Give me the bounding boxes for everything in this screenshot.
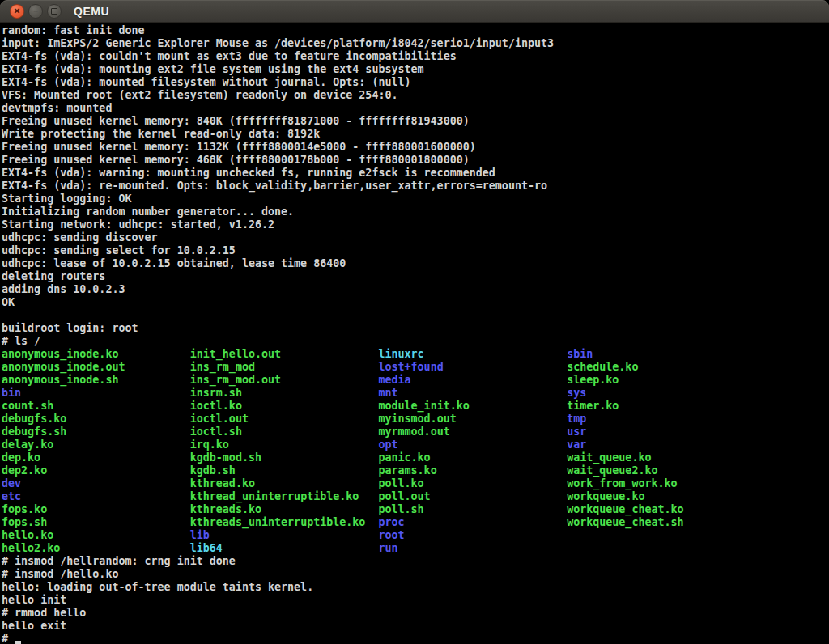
column-gap [210,529,379,541]
ls-output-row: dep.ko kgdb-mod.sh panic.ko wait_queue.k… [2,451,829,464]
console-message: udhcpc: sending select for 10.0.2.15 [2,244,236,256]
console-message: Freeing unused kernel memory: 1132K (fff… [2,141,476,153]
ls-entry: proc [378,516,404,528]
ls-entry: run [378,542,397,554]
column-gap [21,490,190,502]
column-gap [53,439,190,451]
column-gap [437,464,567,477]
minimize-button[interactable]: – [28,4,43,19]
console-message: deleting routers [2,270,105,282]
column-gap [60,542,189,554]
console-message: EXT4-fs (vda): couldn't mount as ext3 du… [2,50,457,62]
ls-entry: ins_rm_mod.out [190,374,281,386]
terminal-line: devtmpfs: mounted [2,102,829,115]
ls-output-row: anonymous_inode.sh ins_rm_mod.out media … [2,374,829,387]
ls-entry: count.sh [2,400,53,412]
terminal-line [2,309,829,322]
terminal-line: udhcpc: sending discover [2,231,829,244]
column-gap [118,348,189,360]
column-gap [66,413,189,425]
maximize-icon [51,8,57,15]
window-title: QEMU [74,5,109,18]
ls-entry: media [378,374,410,386]
terminal-line: adding dns 10.0.2.3 [2,283,829,296]
ls-entry: dev [2,477,21,489]
ls-entry: ioctl.out [190,413,249,425]
console-message: random: fast init done [2,24,145,36]
terminal-line: udhcpc: sending select for 10.0.2.15 [2,244,829,257]
column-gap [53,529,190,541]
terminal-line: VFS: Mounted root (ext2 filesystem) read… [2,89,829,102]
ls-entry: etc [2,490,21,502]
ls-entry: sleep.ko [567,374,619,386]
ls-output-row: dev kthread.ko poll.ko work_from_work.ko [2,477,829,490]
ls-entry: tmp [567,413,586,425]
ls-entry: myrmmod.out [378,426,449,438]
terminal-line: # rmmod hello [2,607,829,620]
terminal-line: udhcpc: lease of 10.0.2.15 obtained, lea… [2,257,829,270]
ls-entry: anonymous_inode.out [2,361,125,373]
console-message: EXT4-fs (vda): mounting ext2 file system… [2,63,424,75]
ls-entry: lost+found [378,361,443,373]
ls-output-row: count.sh ioctl.ko module_init.ko timer.k… [2,400,829,413]
column-gap [281,374,378,386]
prompt-line: # [2,633,829,644]
console-message: udhcpc: lease of 10.0.2.15 obtained, lea… [2,257,346,269]
terminal-line: EXT4-fs (vda): mounting ext2 file system… [2,63,829,76]
ls-output-row: bin insrm.sh mnt sys [2,387,829,400]
ls-entry: poll.ko [378,477,423,489]
ls-entry: wait_queue.ko [567,451,651,464]
ls-entry: workqueue_cheat.sh [567,516,683,528]
ls-entry: hello.ko [2,529,53,541]
terminal-line: Freeing unused kernel memory: 840K (ffff… [2,115,829,128]
ls-entry: poll.out [378,490,430,502]
ls-entry: dep.ko [2,451,40,464]
ls-entry: sbin [567,348,593,360]
column-gap [431,451,568,464]
ls-entry: ins_rm_mod [190,361,255,373]
column-gap [242,387,379,399]
ls-output-row: dep2.ko kgdb.sh params.ko wait_queue2.ko [2,464,829,477]
terminal-line: hello exit [2,620,829,633]
terminal-line: buildroot login: root [2,322,829,335]
ls-entry: schedule.ko [567,361,638,373]
ls-entry: ioctl.ko [190,400,242,412]
column-gap [125,361,189,373]
column-gap [236,464,379,477]
ls-entry: anonymous_inode.sh [2,374,118,386]
terminal-line: EXT4-fs (vda): mounted filesystem withou… [2,76,829,89]
terminal-line: # insmod /hellrandom: crng init done [2,555,829,568]
console-message: # rmmod hello [2,607,86,619]
column-gap [450,426,567,438]
terminal-screen[interactable]: random: fast init doneinput: ImExPS/2 Ge… [0,23,829,644]
ls-output-row: fops.ko kthreads.ko poll.sh workqueue_ch… [2,503,829,516]
ls-entry: poll.sh [378,503,423,515]
maximize-button[interactable] [47,4,62,19]
ls-entry: myinsmod.out [378,413,456,425]
console-message: Write protecting the kernel read-only da… [2,128,320,140]
terminal-line: random: fast init done [2,24,829,37]
ls-entry: params.ko [378,464,436,477]
ls-entry: root [378,529,404,541]
terminal-line: hello init [2,594,829,607]
window-titlebar[interactable]: ✕ – QEMU [0,0,829,23]
ls-entry: opt [378,439,397,451]
column-gap [66,426,189,438]
console-message: hello exit [2,620,66,632]
column-gap [53,400,190,412]
column-gap [249,413,378,425]
column-gap [470,400,567,412]
close-button[interactable]: ✕ [10,4,24,19]
console-message: EXT4-fs (vda): re-mounted. Opts: block_v… [2,180,547,192]
ls-entry: hello2.ko [2,542,60,554]
column-gap [424,503,568,515]
console-message: VFS: Mounted root (ext2 filesystem) read… [2,89,397,101]
ls-output-row: hello.ko lib root [2,529,829,542]
console-message: Freeing unused kernel memory: 468K (ffff… [2,154,470,166]
close-icon: ✕ [14,7,20,15]
ls-entry: ioctl.sh [190,426,242,438]
terminal-line: # ls / [2,335,829,348]
terminal-line: OK [2,296,829,309]
column-gap [242,400,379,412]
column-gap [398,439,568,451]
